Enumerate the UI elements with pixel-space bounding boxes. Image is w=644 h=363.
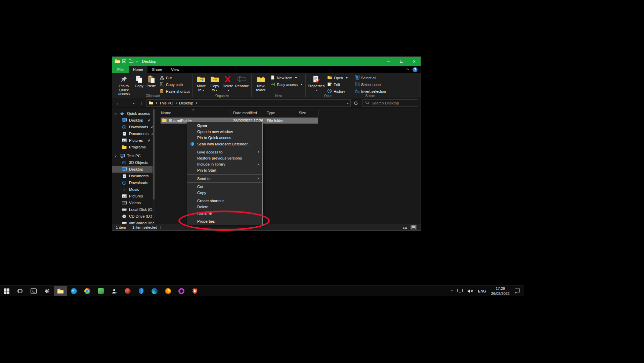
column-header-name[interactable]: Name [155,109,230,116]
forward-button[interactable]: → [122,100,129,107]
volume-muted-icon[interactable] [465,286,476,296]
delete-button[interactable]: Delete [221,74,234,92]
context-menu-item-cut[interactable]: Cut [187,184,262,190]
column-header-type[interactable]: Type [264,109,296,116]
sidebar-item-vmshared[interactable]: vmShared (\\VB [112,220,155,224]
tab-share[interactable]: Share [147,66,167,73]
sidebar-scrollbar[interactable] [153,108,155,224]
help-icon[interactable]: ? [413,67,418,72]
start-button[interactable] [0,286,13,296]
sidebar-item-local-disk-c[interactable]: Local Disk (C:) [112,206,155,213]
column-header-date-modified[interactable]: Date modified [230,109,264,116]
sidebar-item-this-pc[interactable]: This PC [112,152,155,159]
easy-access-button[interactable]: Easy access [269,81,304,88]
context-menu-item-open-in-new-window[interactable]: Open in new window [187,129,262,135]
sidebar-item-videos[interactable]: Videos [112,199,155,206]
context-menu-item-give-access-to[interactable]: Give access to [187,149,262,155]
paste-button[interactable]: Paste [145,74,157,88]
pin-to-quick-access-button[interactable]: Pin to Quick access [115,74,133,96]
remote-user-app-icon[interactable] [108,286,121,296]
history-button[interactable]: History [326,88,349,94]
chrome-icon[interactable] [81,286,94,296]
edge-icon[interactable] [67,286,81,296]
context-menu-item-include-in-library[interactable]: Include in library [187,161,262,167]
expander-icon[interactable] [115,155,117,157]
cut-button[interactable]: Cut [158,75,191,81]
brave-icon[interactable] [188,286,202,296]
context-menu-item-rename[interactable]: Rename [187,210,262,216]
sidebar-item-music[interactable]: ♪ Music [112,186,155,193]
terminal-icon[interactable] [27,286,40,296]
sidebar-item-desktop-qa[interactable]: Desktop [112,117,155,124]
paste-shortcut-button[interactable]: Paste shortcut [158,88,191,94]
sidebar-item-downloads-qa[interactable]: Downloads [112,124,155,130]
close-button[interactable]: × [408,57,421,66]
scrollbar-thumb[interactable] [153,109,155,199]
new-item-button[interactable]: New item [269,75,304,81]
maximize-button[interactable] [395,57,408,66]
sidebar-item-cd-drive-d[interactable]: CD Drive (D:) Vir [112,213,155,220]
display-tray-icon[interactable] [455,286,465,296]
copy-button[interactable]: Copy [133,74,145,88]
new-folder-button[interactable]: New folder [253,74,268,92]
task-view-icon[interactable] [13,286,27,296]
edge-swirl-app-icon[interactable] [148,286,161,296]
context-menu-item-delete[interactable]: Delete [187,204,262,210]
search-box[interactable] [362,99,418,107]
security-shield-app-icon[interactable] [134,286,148,296]
context-menu-item-pin-to-start[interactable]: Pin to Start [187,167,262,173]
column-header-size[interactable]: Size [296,109,319,116]
sidebar-item-pictures-qa[interactable]: Pictures [112,137,155,144]
rename-button[interactable]: Rename [234,74,250,88]
sidebar-item-programs-qa[interactable]: Programs [112,144,155,150]
open-button[interactable]: Open [326,75,349,81]
context-menu-item-copy[interactable]: Copy [187,190,262,196]
move-to-button[interactable]: Move to [195,74,208,92]
expander-icon[interactable] [115,112,117,115]
details-view-button[interactable] [402,225,409,230]
sidebar-item-quick-access[interactable]: Quick access [112,110,155,117]
action-center-icon[interactable] [512,286,522,296]
breadcrumb-this-pc[interactable]: This PC [159,101,173,105]
recent-locations-dropdown-icon[interactable] [130,100,137,107]
taskbar-clock[interactable]: 17:29 26/02/2022 [488,286,512,296]
purple-ring-app-icon[interactable] [175,286,188,296]
sidebar-item-pictures[interactable]: Pictures [112,193,155,199]
edit-button[interactable]: Edit [326,81,349,88]
sidebar-item-documents-qa[interactable]: Documents [112,130,155,137]
sidebar-item-desktop[interactable]: Desktop [112,166,155,173]
language-indicator[interactable]: ENG [476,286,488,296]
context-menu-item-create-shortcut[interactable]: Create shortcut [187,198,262,204]
back-button[interactable]: ← [115,100,122,107]
tab-view[interactable]: View [167,66,184,73]
firefox-icon[interactable] [161,286,175,296]
tab-home[interactable]: Home [129,66,148,73]
copy-path-button[interactable]: Copy path [158,81,191,88]
invert-selection-button[interactable]: Invert selection [354,88,387,94]
breadcrumb-desktop[interactable]: Desktop [179,101,193,105]
select-none-button[interactable]: Select none [354,81,387,88]
qat-new-folder-icon[interactable] [129,59,133,63]
properties-button[interactable]: Properties [307,74,325,92]
tray-expand-icon[interactable] [448,286,455,296]
qat-customize-dropdown-icon[interactable] [136,60,138,62]
minimize-ribbon-icon[interactable] [406,68,409,71]
context-menu-item-restore-previous-versions[interactable]: Restore previous versions [187,155,262,161]
red-app-icon[interactable] [121,286,134,296]
file-explorer-taskbar-icon[interactable] [54,286,67,296]
scroll-down-icon[interactable] [153,221,155,223]
sidebar-item-documents[interactable]: Documents [112,173,155,179]
sidebar-item-3d-objects[interactable]: 3D Objects [112,159,155,166]
qat-properties-icon[interactable] [122,59,126,64]
breadcrumb-chevron-icon[interactable] [175,102,177,104]
file-menu-button[interactable]: File [112,66,129,73]
green-cube-app-icon[interactable] [94,286,108,296]
sidebar-item-downloads[interactable]: Downloads [112,179,155,186]
breadcrumb-chevron-icon[interactable] [195,102,197,104]
large-icons-view-button[interactable] [410,225,417,230]
breadcrumb-chevron-icon[interactable] [155,102,157,104]
context-menu-item-properties[interactable]: Properties [187,218,262,224]
refresh-icon[interactable] [352,99,359,107]
copy-to-button[interactable]: Copy to [208,74,221,92]
address-box[interactable]: This PC Desktop [146,99,351,107]
